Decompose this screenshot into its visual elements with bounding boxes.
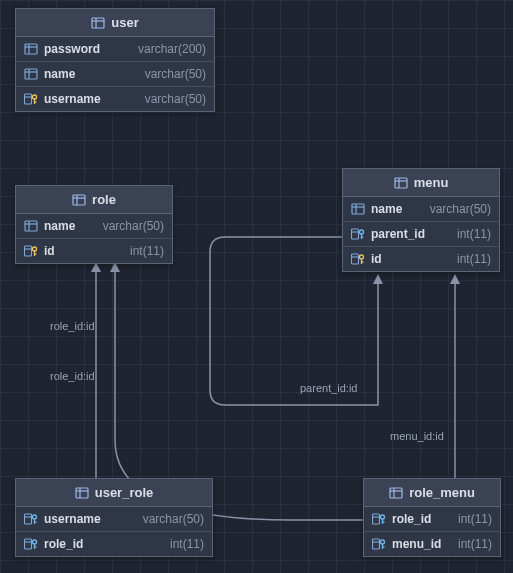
svg-point-26 [33, 247, 37, 251]
table-title: user [111, 15, 138, 30]
column-name: role_id [392, 512, 431, 526]
table-title: user_role [95, 485, 154, 500]
table-role[interactable]: role name varchar(50) id int(11) [15, 185, 173, 264]
column-name: id [44, 244, 55, 258]
svg-point-68 [381, 540, 385, 544]
svg-rect-66 [373, 539, 380, 549]
table-title: role_menu [409, 485, 475, 500]
column-name: name [44, 67, 75, 81]
column-row: username varchar(50) [16, 507, 212, 532]
table-menu[interactable]: menu name varchar(50) parent_id int(11) … [342, 168, 500, 272]
table-icon [75, 486, 89, 500]
column-type: int(11) [457, 252, 491, 266]
column-name: id [371, 252, 382, 266]
column-icon [24, 67, 38, 81]
column-type: int(11) [458, 537, 492, 551]
table-header: role [16, 186, 172, 214]
table-icon [72, 193, 86, 207]
table-icon [389, 486, 403, 500]
fk-icon [24, 512, 38, 526]
column-row: menu_id int(11) [364, 532, 500, 556]
rel-label: parent_id:id [300, 382, 358, 394]
column-row: name varchar(50) [16, 62, 214, 87]
svg-rect-7 [25, 44, 37, 54]
svg-rect-45 [76, 488, 88, 498]
column-row: password varchar(200) [16, 37, 214, 62]
column-type: varchar(200) [138, 42, 206, 56]
table-title: menu [414, 175, 449, 190]
column-type: int(11) [130, 244, 164, 258]
table-header: user_role [16, 479, 212, 507]
svg-rect-58 [390, 488, 402, 498]
rel-label: menu_id:id [390, 430, 444, 442]
svg-rect-29 [395, 178, 407, 188]
table-user[interactable]: user password varchar(200) name varchar(… [15, 8, 215, 112]
column-row: name varchar(50) [16, 214, 172, 239]
table-role-menu[interactable]: role_menu role_id int(11) menu_id int(11… [363, 478, 501, 557]
column-type: varchar(50) [103, 219, 164, 233]
svg-point-42 [360, 255, 364, 259]
column-name: name [44, 219, 75, 233]
column-row: parent_id int(11) [343, 222, 499, 247]
svg-point-15 [33, 95, 37, 99]
fk-icon [372, 512, 386, 526]
column-name: username [44, 92, 101, 106]
column-row: id int(11) [343, 247, 499, 271]
rel-label: role_id:id [50, 320, 95, 332]
svg-rect-48 [25, 514, 32, 524]
column-icon [351, 202, 365, 216]
column-type: int(11) [458, 512, 492, 526]
svg-rect-40 [352, 254, 359, 264]
svg-point-63 [381, 515, 385, 519]
column-row: role_id int(11) [16, 532, 212, 556]
column-row: id int(11) [16, 239, 172, 263]
column-icon [24, 42, 38, 56]
table-title: role [92, 192, 116, 207]
column-type: varchar(50) [430, 202, 491, 216]
svg-rect-61 [373, 514, 380, 524]
fk-icon [372, 537, 386, 551]
column-type: varchar(50) [143, 512, 204, 526]
table-user-role[interactable]: user_role username varchar(50) role_id i… [15, 478, 213, 557]
svg-point-55 [33, 540, 37, 544]
svg-rect-35 [352, 229, 359, 239]
column-name: password [44, 42, 100, 56]
key-icon [24, 92, 38, 106]
column-row: role_id int(11) [364, 507, 500, 532]
table-header: menu [343, 169, 499, 197]
svg-rect-13 [25, 94, 32, 104]
svg-rect-32 [352, 204, 364, 214]
table-icon [394, 176, 408, 190]
column-type: varchar(50) [145, 67, 206, 81]
svg-rect-10 [25, 69, 37, 79]
key-icon [24, 244, 38, 258]
column-name: role_id [44, 537, 83, 551]
svg-rect-18 [73, 195, 85, 205]
table-header: user [16, 9, 214, 37]
column-type: int(11) [170, 537, 204, 551]
svg-marker-3 [373, 274, 383, 284]
rel-label: role_id:id [50, 370, 95, 382]
fk-icon [351, 227, 365, 241]
svg-rect-24 [25, 246, 32, 256]
column-name: menu_id [392, 537, 441, 551]
column-type: int(11) [457, 227, 491, 241]
column-row: name varchar(50) [343, 197, 499, 222]
svg-marker-2 [450, 274, 460, 284]
table-header: role_menu [364, 479, 500, 507]
fk-icon [24, 537, 38, 551]
key-icon [351, 252, 365, 266]
svg-point-50 [33, 515, 37, 519]
svg-rect-4 [92, 18, 104, 28]
column-icon [24, 219, 38, 233]
svg-rect-21 [25, 221, 37, 231]
column-name: name [371, 202, 402, 216]
column-type: varchar(50) [145, 92, 206, 106]
column-row: username varchar(50) [16, 87, 214, 111]
table-icon [91, 16, 105, 30]
column-name: username [44, 512, 101, 526]
svg-rect-53 [25, 539, 32, 549]
column-name: parent_id [371, 227, 425, 241]
svg-point-37 [360, 230, 364, 234]
